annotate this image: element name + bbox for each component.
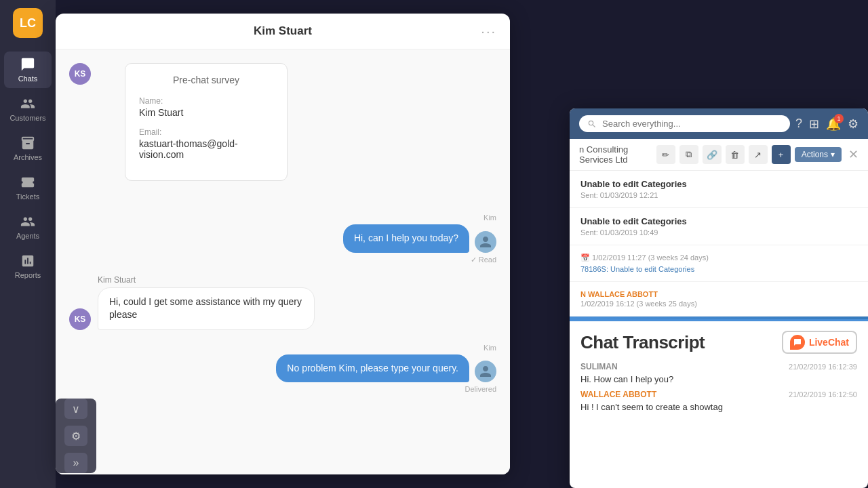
list-item[interactable]: N WALLACE ABBOTT 1/02/2019 16:12 (3 week…: [570, 282, 868, 317]
notification-icon[interactable]: 🔔 1: [826, 117, 841, 131]
survey-title: Pre-chat survey: [139, 75, 273, 85]
customer-avatar-2: KS: [69, 308, 91, 330]
transcript-messages: Suliman 21/02/2019 16:12:39 Hi. How can …: [580, 362, 857, 412]
transcript-sender-1: Suliman: [580, 362, 618, 371]
external-btn[interactable]: ↗: [749, 145, 768, 164]
help-icon[interactable]: ?: [795, 117, 802, 131]
list-item[interactable]: Unable to edit Categories Sent: 01/03/20…: [570, 208, 868, 245]
livechat-label: LiveChat: [809, 337, 849, 348]
transcript-row-2-header: WALLACE ABBOTT 21/02/2019 16:12:50: [580, 390, 857, 399]
livechat-badge: LiveChat: [782, 331, 857, 354]
apps-icon[interactable]: ⊞: [809, 117, 819, 131]
survey-name-label: Name:: [139, 96, 273, 106]
customer-name-label: Kim Stuart: [69, 275, 496, 285]
chat-header: Kim Stuart ···: [56, 14, 510, 49]
transcript-time-1: 21/02/2019 16:12:39: [789, 363, 857, 371]
transcript-row-1-header: Suliman 21/02/2019 16:12:39: [580, 362, 857, 371]
list-item[interactable]: 📅 1/02/2019 11:27 (3 weeks 24 days) 7818…: [570, 245, 868, 282]
add-btn[interactable]: +: [772, 145, 791, 164]
crm-list: Unable to edit Categories Sent: 01/03/20…: [570, 171, 868, 488]
livechat-bubble-icon: [790, 335, 805, 350]
sidebar-label-archives: Archives: [14, 153, 42, 161]
message-status-1: ✓ Read: [471, 256, 496, 264]
chat-transcript-section: Chat Transcript LiveChat Suliman 21/02/2…: [570, 319, 868, 424]
chat-title: Kim Stuart: [254, 24, 312, 38]
chat-bottom-bar: ∨ ⚙ »: [56, 399, 96, 473]
item-title-1: Unable to edit Categories: [580, 179, 857, 189]
list-item[interactable]: Unable to edit Categories Sent: 01/03/20…: [570, 171, 868, 208]
crm-company-name: n Consulting Services Ltd: [579, 144, 652, 165]
chat-body: KS Pre-chat survey Name: Kim Stuart Emai…: [56, 49, 510, 474]
crm-panel: ? ⊞ 🔔 1 ⚙ n Consulting Services Ltd ✏ ⧉ …: [570, 108, 868, 488]
sidebar-item-agents[interactable]: Agents: [4, 209, 52, 245]
pre-chat-survey: Pre-chat survey Name: Kim Stuart Email: …: [125, 63, 288, 181]
chat-menu-dots[interactable]: ···: [481, 24, 496, 39]
item-date-4: 1/02/2019 16:12 (3 weeks 25 days): [580, 300, 857, 308]
sidebar: LC Chats Customers Archives Tickets Agen…: [0, 0, 56, 488]
app-logo: LC: [13, 8, 43, 38]
customer-message-1: Hi, could I get some assistance with my …: [98, 287, 315, 330]
delete-btn[interactable]: 🗑: [726, 145, 745, 164]
agent-sender-1: Kim: [484, 214, 496, 222]
customer-avatar: KS: [69, 63, 91, 85]
survey-name-field: Name: Kim Stuart: [139, 96, 273, 118]
agent-avatar-2: [475, 361, 496, 382]
transcript-header: Chat Transcript LiveChat: [580, 331, 857, 354]
sidebar-label-customers: Customers: [9, 114, 45, 122]
transcript-time-2: 21/02/2019 16:12:50: [789, 390, 857, 399]
item-ref-3: 78186S: Unable to edit Categories: [580, 265, 857, 273]
crm-header: ? ⊞ 🔔 1 ⚙: [570, 108, 868, 139]
search-icon: [587, 119, 597, 129]
sidebar-item-chats[interactable]: Chats: [4, 52, 52, 88]
item-date-3: 📅 1/02/2019 11:27 (3 weeks 24 days): [580, 253, 857, 262]
agent-message-1: Hi, can I help you today?: [343, 224, 469, 253]
item-contact-4: N WALLACE ABBOTT: [580, 290, 857, 298]
search-input[interactable]: [602, 119, 697, 129]
item-title-2: Unable to edit Categories: [580, 216, 857, 226]
sidebar-item-reports[interactable]: Reports: [4, 248, 52, 285]
sidebar-item-tickets[interactable]: Tickets: [4, 169, 52, 206]
actions-button[interactable]: Actions ▾: [795, 147, 842, 162]
notification-badge: 1: [834, 114, 844, 123]
survey-email-value: kastuart-thomas@gold-vision.com: [139, 138, 273, 160]
survey-email-field: Email: kastuart-thomas@gold-vision.com: [139, 127, 273, 160]
crm-toolbar: n Consulting Services Ltd ✏ ⧉ 🔗 🗑 ↗ + Ac…: [570, 139, 868, 171]
settings-icon[interactable]: ⚙: [848, 117, 859, 131]
sidebar-item-customers[interactable]: Customers: [4, 91, 52, 127]
item-ref-link[interactable]: 78186S: Unable to edit Categories: [580, 265, 694, 273]
crm-search-box[interactable]: [579, 115, 790, 132]
agent-sender-2: Kim: [484, 344, 496, 352]
agent-avatar-1: [475, 231, 496, 253]
sidebar-item-archives[interactable]: Archives: [4, 130, 52, 167]
settings-btn[interactable]: ⚙: [64, 426, 87, 446]
survey-name-value: Kim Stuart: [139, 107, 273, 118]
crm-header-icons: ? ⊞ 🔔 1 ⚙: [795, 117, 859, 131]
arrows-btn[interactable]: »: [64, 453, 87, 473]
expand-btn[interactable]: ∨: [64, 399, 87, 419]
sidebar-label-reports: Reports: [15, 271, 41, 279]
item-date-1: Sent: 01/03/2019 12:21: [580, 191, 857, 199]
copy-btn[interactable]: ⧉: [679, 145, 698, 164]
crm-close-btn[interactable]: ✕: [848, 147, 859, 162]
transcript-sender-2: WALLACE ABBOTT: [580, 390, 656, 399]
sidebar-label-chats: Chats: [18, 75, 38, 83]
survey-email-label: Email:: [139, 127, 273, 137]
transcript-msg-2: Hi ! I can't seem to create a showtag: [580, 402, 857, 412]
edit-btn[interactable]: ✏: [656, 145, 675, 164]
message-status-2: Delivered: [465, 385, 496, 393]
sidebar-label-agents: Agents: [16, 232, 39, 240]
sidebar-label-tickets: Tickets: [16, 192, 39, 201]
item-date-2: Sent: 01/03/2019 10:49: [580, 228, 857, 237]
chat-panel: Kim Stuart ··· KS Pre-chat survey Name: …: [56, 14, 510, 474]
link-btn[interactable]: 🔗: [703, 145, 722, 164]
agent-message-2: No problem Kim, please type your query.: [276, 354, 469, 383]
transcript-msg-1: Hi. How can I help you?: [580, 374, 857, 384]
transcript-title: Chat Transcript: [580, 332, 705, 353]
